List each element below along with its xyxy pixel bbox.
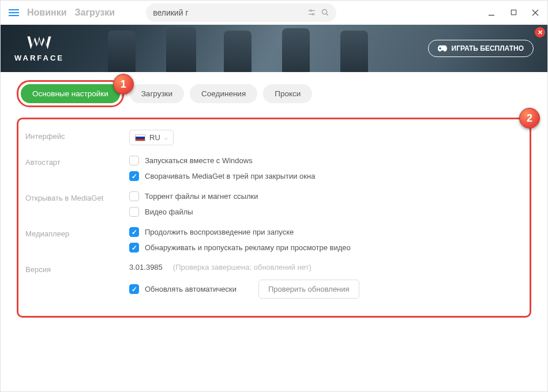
row-autostart: Автостарт Запускаться вместе с Windows С… xyxy=(25,156,519,181)
banner-brand-text: WARFACE xyxy=(14,54,64,62)
checkbox-resume-playback[interactable] xyxy=(129,227,139,237)
language-value: RU xyxy=(149,133,160,142)
language-select[interactable]: RU ⌵ xyxy=(129,130,174,145)
checkbox-video-files[interactable] xyxy=(129,207,139,217)
annotation-highlight-1: Основные настройки 1 xyxy=(17,80,124,107)
annotation-badge-1: 1 xyxy=(113,74,134,95)
annotation-highlight-2: 2 Интерфейс RU ⌵ Автостарт Запускаться xyxy=(17,118,531,318)
close-button[interactable] xyxy=(531,9,539,17)
promo-banner[interactable]: WARFACE ИГРАТЬ БЕСПЛАТНО ✕ xyxy=(1,25,547,72)
titlebar: Новинки Загрузки xyxy=(1,1,547,25)
version-status: (Проверка завершена; обновлений нет) xyxy=(173,263,311,272)
tab-main-settings[interactable]: Основные настройки xyxy=(21,84,120,103)
checkbox-auto-update[interactable] xyxy=(129,284,139,294)
settings-sliders-icon[interactable] xyxy=(307,8,316,17)
label-player: Медиаплеер xyxy=(25,227,129,238)
checkbox-minimize-to-tray[interactable] xyxy=(129,171,139,181)
checkbox-label: Обнаруживать и пропускать рекламу при пр… xyxy=(145,243,351,252)
chevron-down-icon: ⌵ xyxy=(164,134,168,141)
banner-logo: WARFACE xyxy=(14,35,64,62)
row-player: Медиаплеер Продолжить воспроизведение пр… xyxy=(25,227,519,252)
nav-novinki[interactable]: Новинки xyxy=(27,7,67,18)
svg-line-5 xyxy=(326,14,328,16)
label-open-in: Открывать в MediaGet xyxy=(25,191,129,202)
gamepad-icon xyxy=(438,44,447,52)
check-updates-button[interactable]: Проверить обновления xyxy=(258,280,359,299)
checkbox-label: Сворачивать MediaGet в трей при закрытии… xyxy=(145,172,315,180)
play-free-button[interactable]: ИГРАТЬ БЕСПЛАТНО xyxy=(428,40,534,57)
svg-point-3 xyxy=(312,13,314,15)
tab-proxy[interactable]: Прокси xyxy=(263,84,312,103)
maximize-button[interactable] xyxy=(509,9,517,17)
app-window: Новинки Загрузки WARFACE xyxy=(0,0,548,392)
checkbox-label: Запускаться вместе с Windows xyxy=(145,156,253,165)
svg-rect-7 xyxy=(511,10,516,14)
checkbox-label: Торрент файлы и магнет ссылки xyxy=(145,192,258,201)
label-version: Версия xyxy=(25,263,129,274)
settings-tabs: Основные настройки 1 Загрузки Соединения… xyxy=(17,80,531,107)
checkbox-skip-ads[interactable] xyxy=(129,243,139,252)
checkbox-start-with-windows[interactable] xyxy=(129,156,139,165)
svg-point-10 xyxy=(444,47,445,48)
menu-icon[interactable] xyxy=(9,9,19,16)
play-free-label: ИГРАТЬ БЕСПЛАТНО xyxy=(452,44,524,52)
checkbox-label: Обновлять автоматически xyxy=(145,285,237,293)
row-interface: Интерфейс RU ⌵ xyxy=(25,130,519,145)
version-number: 3.01.3985 xyxy=(129,263,163,272)
tab-downloads[interactable]: Загрузки xyxy=(130,84,184,103)
row-version: Версия 3.01.3985 (Проверка завершена; об… xyxy=(25,263,519,299)
svg-point-4 xyxy=(322,10,327,14)
window-controls xyxy=(487,9,539,17)
checkbox-label: Продолжить воспроизведение при запуске xyxy=(145,228,294,236)
banner-close-icon[interactable]: ✕ xyxy=(535,27,545,37)
svg-point-11 xyxy=(445,48,446,50)
checkbox-label: Видео файлы xyxy=(145,208,193,216)
settings-content: Основные настройки 1 Загрузки Соединения… xyxy=(1,72,547,326)
banner-art xyxy=(64,25,428,72)
nav-zagruzki[interactable]: Загрузки xyxy=(75,7,115,18)
minimize-button[interactable] xyxy=(487,9,496,17)
search-input[interactable] xyxy=(153,8,303,17)
tab-connections[interactable]: Соединения xyxy=(190,84,257,103)
checkbox-torrent-magnet[interactable] xyxy=(129,191,139,201)
annotation-badge-2: 2 xyxy=(519,108,540,129)
flag-ru-icon xyxy=(135,134,145,141)
search-icon[interactable] xyxy=(321,8,329,17)
row-open-in: Открывать в MediaGet Торрент файлы и маг… xyxy=(25,191,519,217)
svg-point-1 xyxy=(310,10,312,12)
label-autostart: Автостарт xyxy=(25,156,129,167)
label-interface: Интерфейс xyxy=(25,130,129,141)
search-field[interactable] xyxy=(146,3,336,22)
